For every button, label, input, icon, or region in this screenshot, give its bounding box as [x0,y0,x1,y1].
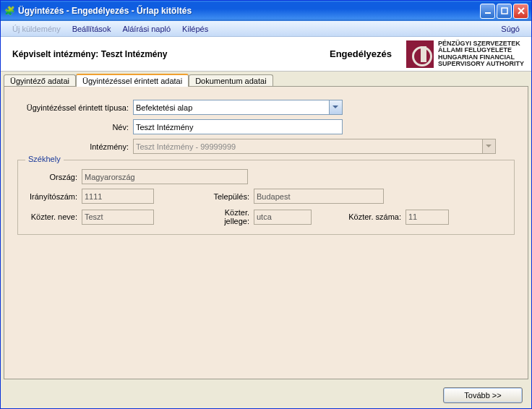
address-groupbox: Székhely Ország: Irányítószám: Település… [17,160,515,235]
country-input [82,169,248,184]
menu-exit[interactable]: Kilépés [176,23,214,35]
street-type-label: Közter. jellege: [197,208,254,225]
close-icon [518,7,525,14]
street-input [82,210,154,225]
tab-dokumentum-adatai[interactable]: Dokumentum adatai [189,74,273,87]
titlebar: 🧩 Ügyintézés - Engedélyezés - Űrlap kitö… [1,1,531,21]
name-label: Név: [17,123,133,132]
type-select[interactable] [133,100,343,115]
app-icon: 🧩 [4,5,15,17]
tab-ugyintezessel-erintett[interactable]: Ügyintézéssel érintett adatai [76,74,189,87]
menu-sign-log[interactable]: Aláírási napló [116,23,176,35]
header-caption: Engedélyezés [315,48,406,59]
country-label: Ország: [25,173,82,181]
window-title: Ügyintézés - Engedélyezés - Űrlap kitölt… [18,6,480,16]
svg-rect-0 [485,12,491,14]
street-num-label: Közter. száma: [348,212,406,221]
svg-rect-1 [502,8,507,14]
street-type-input [254,210,312,225]
maximize-button[interactable] [497,4,512,19]
institution-select [133,139,496,154]
name-input[interactable] [133,119,343,134]
tabstrip: Ügyintéző adatai Ügyintézéssel érintett … [1,72,531,86]
street-label: Közter. neve: [25,212,82,221]
tab-content: Ügyintézéssel érintett típusa: Név: Inté… [4,86,528,379]
window-buttons [480,4,528,19]
minimize-button[interactable] [480,4,495,19]
menu-new: Új küldemény [7,23,66,35]
close-button[interactable] [513,4,528,19]
header: Képviselt intézmény: Teszt Intézmény Eng… [1,37,531,72]
minimize-icon [484,7,492,14]
zip-label: Irányítószám: [25,192,82,201]
org-name: PÉNZÜGYI SZERVEZETEK ÁLLAMI FELÜGYELETE … [438,40,524,68]
menu-help[interactable]: Súgó [495,23,525,35]
city-input [254,189,384,204]
street-num-input [406,210,449,225]
menubar: Új küldemény Beállítások Aláírási napló … [1,21,531,37]
menu-settings[interactable]: Beállítások [66,23,117,35]
groupbox-title: Székhely [25,155,64,163]
type-label: Ügyintézéssel érintett típusa: [17,103,133,112]
tab-uegyintezo-adatai[interactable]: Ügyintéző adatai [4,74,76,87]
maximize-icon [501,7,508,14]
city-label: Település: [197,192,254,201]
org-logo-icon [406,40,434,68]
next-button[interactable]: Tovább >> [443,387,523,403]
represented-institution-label: Képviselt intézmény: Teszt Intézmény [8,49,315,59]
institution-label: Intézmény: [17,142,133,151]
org-logo-block: PÉNZÜGYI SZERVEZETEK ÁLLAMI FELÜGYELETE … [406,40,524,68]
zip-input [82,189,154,204]
app-window: 🧩 Ügyintézés - Engedélyezés - Űrlap kitö… [0,0,532,409]
footer: Tovább >> [1,382,531,408]
